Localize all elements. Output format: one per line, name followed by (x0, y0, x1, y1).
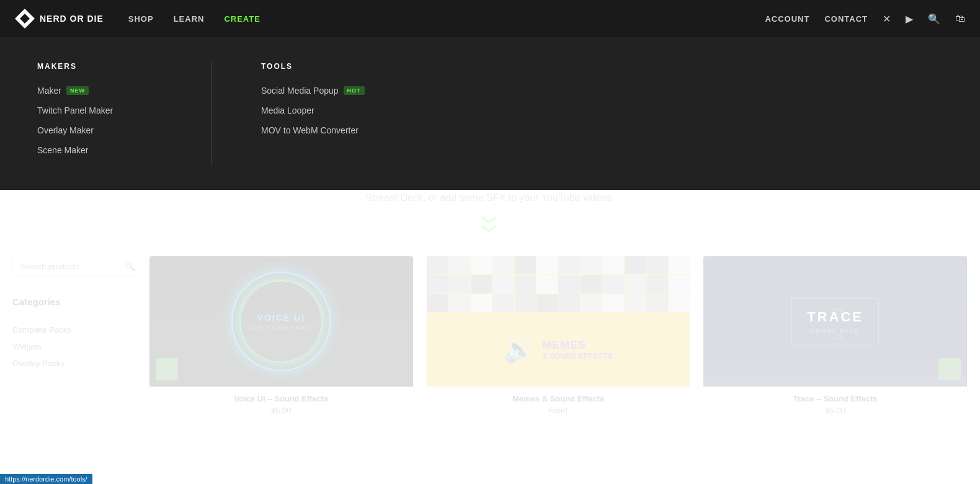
logo[interactable]: NERD OR DIE (15, 9, 104, 29)
badge-new: NEW (66, 86, 89, 95)
header: NERD OR DIE SHOP LEARN CREATE ACCOUNT CO… (0, 0, 980, 37)
menu-item-twitch-panel-maker[interactable]: Twitch Panel Maker (37, 105, 161, 115)
header-right: ACCOUNT CONTACT ✕ ▶ 🔍 🛍 (765, 13, 965, 25)
menu-item-scene-maker[interactable]: Scene Maker (37, 145, 161, 155)
menu-item-media-looper[interactable]: Media Looper (261, 105, 385, 115)
nav-account[interactable]: ACCOUNT (765, 14, 809, 24)
tools-title: TOOLS (261, 62, 385, 71)
mega-menu: MAKERS Maker NEW Twitch Panel Maker Over… (0, 37, 980, 190)
twitter-icon[interactable]: ✕ (883, 13, 891, 25)
makers-title: MAKERS (37, 62, 161, 71)
mega-col-makers: MAKERS Maker NEW Twitch Panel Maker Over… (37, 62, 161, 165)
mega-divider (211, 62, 212, 165)
search-icon[interactable]: 🔍 (928, 13, 940, 25)
nav-shop[interactable]: SHOP (128, 14, 154, 24)
nav-contact[interactable]: CONTACT (824, 14, 868, 24)
nav-create[interactable]: CREATE (224, 14, 260, 24)
nav-learn[interactable]: LEARN (174, 14, 205, 24)
youtube-icon[interactable]: ▶ (906, 13, 913, 25)
logo-diamond-icon (15, 9, 35, 29)
mega-col-tools: TOOLS Social Media Popup HOT Media Loope… (261, 62, 385, 165)
menu-item-mov-converter[interactable]: MOV to WebM Converter (261, 125, 385, 135)
menu-item-maker[interactable]: Maker NEW (37, 86, 161, 96)
header-left: NERD OR DIE SHOP LEARN CREATE (15, 9, 261, 29)
logo-text: NERD OR DIE (40, 14, 104, 24)
badge-hot: HOT (344, 86, 365, 95)
menu-item-social-media-popup[interactable]: Social Media Popup HOT (261, 86, 385, 96)
cart-icon[interactable]: 🛍 (955, 13, 965, 24)
menu-item-overlay-maker[interactable]: Overlay Maker (37, 125, 161, 135)
main-nav: SHOP LEARN CREATE (128, 14, 261, 24)
